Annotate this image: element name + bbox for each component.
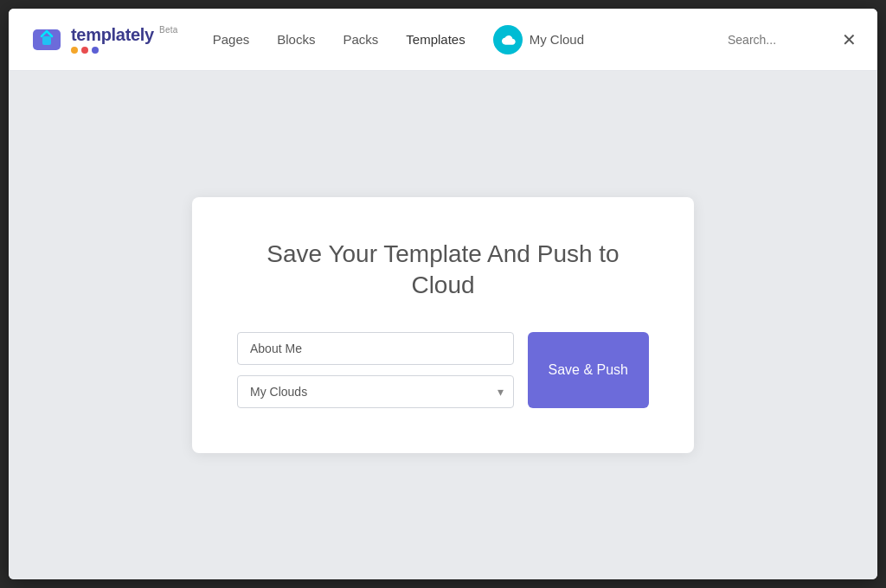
logo-text: templately	[71, 25, 154, 44]
search-input[interactable]	[728, 33, 831, 47]
svg-rect-1	[42, 36, 51, 45]
cloud-select-wrapper: My Clouds Team Cloud ▾	[237, 375, 514, 408]
dialog-title: Save Your Template And Push to Cloud	[237, 239, 649, 302]
logo-icon	[29, 22, 64, 57]
inputs-col: My Clouds Team Cloud ▾	[237, 332, 514, 408]
logo-text-group: templately Beta	[71, 25, 178, 54]
main-content: Save Your Template And Push to Cloud My …	[9, 71, 877, 579]
nav-blocks[interactable]: Blocks	[277, 32, 315, 47]
cloud-select[interactable]: My Clouds Team Cloud	[237, 375, 514, 408]
my-cloud-label: My Cloud	[530, 32, 584, 47]
dot-blue	[92, 47, 99, 54]
form-and-button: My Clouds Team Cloud ▾ Save & Push	[237, 332, 649, 408]
nav-packs[interactable]: Packs	[343, 32, 378, 47]
dot-yellow	[71, 47, 78, 54]
logo-area: templately Beta	[29, 22, 178, 57]
logo-dots	[71, 47, 178, 54]
header: templately Beta Pages Blocks Packs Templ…	[9, 9, 877, 71]
beta-badge: Beta	[159, 25, 178, 35]
my-cloud-button[interactable]: My Cloud	[493, 25, 584, 54]
nav-links: Pages Blocks Packs Templates My Cloud	[213, 25, 728, 54]
cloud-icon-circle	[493, 25, 523, 54]
save-push-button[interactable]: Save & Push	[528, 332, 650, 408]
dialog-card: Save Your Template And Push to Cloud My …	[192, 197, 694, 454]
nav-templates[interactable]: Templates	[406, 32, 465, 47]
cloud-icon	[500, 34, 516, 46]
search-area: ✕	[728, 31, 857, 48]
dot-red	[81, 47, 88, 54]
nav-pages[interactable]: Pages	[213, 32, 250, 47]
window-frame: templately Beta Pages Blocks Packs Templ…	[9, 9, 877, 579]
template-name-input[interactable]	[237, 332, 514, 365]
close-button[interactable]: ✕	[842, 31, 857, 48]
